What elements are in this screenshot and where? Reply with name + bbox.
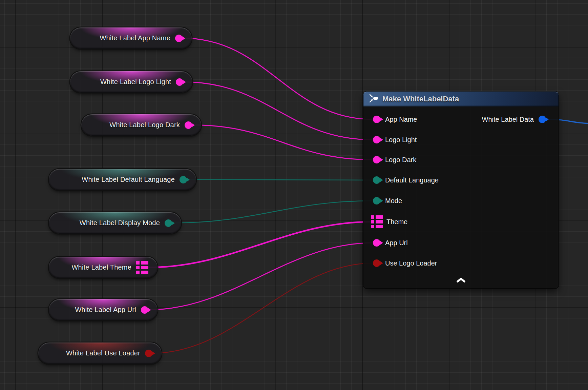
- input-pin-row: Mode: [363, 195, 402, 207]
- struct-pin-cell: [376, 220, 383, 223]
- graph-canvas[interactable]: White Label App NameWhite Label Logo Lig…: [0, 0, 588, 390]
- output-pin[interactable]: [175, 35, 183, 42]
- variable-node-label: White Label Display Mode: [80, 219, 160, 227]
- output-pin[interactable]: [165, 219, 172, 227]
- struct-pin-cell: [371, 225, 374, 228]
- variable-node-label: White Label Logo Dark: [109, 121, 180, 129]
- variable-node-label: White Label Logo Light: [100, 78, 171, 86]
- make-node-title: Make WhiteLabelData: [382, 95, 459, 103]
- wire-theme[interactable]: [148, 222, 371, 268]
- struct-pin-cell: [141, 266, 148, 269]
- collapse-pins-button[interactable]: [455, 277, 467, 284]
- variable-node-app-url[interactable]: White Label App Url: [49, 299, 158, 320]
- variable-node-logo-light[interactable]: White Label Logo Light: [70, 71, 192, 93]
- wire-logo-dark[interactable]: [192, 125, 373, 160]
- struct-pin-icon[interactable]: [136, 261, 148, 274]
- output-pin[interactable]: [373, 176, 380, 184]
- wire-logo-light[interactable]: [183, 82, 373, 140]
- make-node[interactable]: Make WhiteLabelDataApp NameLogo LightLog…: [363, 92, 559, 288]
- input-pin-row: App Url: [363, 237, 408, 249]
- input-pin-label: Mode: [385, 197, 402, 205]
- variable-node-use-loader[interactable]: White Label Use Loader: [38, 343, 162, 364]
- variable-node-display-mode[interactable]: White Label Display Mode: [49, 212, 181, 234]
- input-pin-label: Logo Dark: [385, 156, 416, 164]
- struct-pin-cell: [136, 261, 140, 265]
- variable-node-app-name[interactable]: White Label App Name: [70, 27, 192, 49]
- input-pin-label: App Url: [385, 239, 408, 247]
- variable-node-label: White Label Default Language: [82, 176, 175, 183]
- struct-pin-cell: [371, 220, 374, 223]
- struct-pin-cell: [376, 225, 383, 228]
- input-pin-row: Use Logo Loader: [363, 257, 437, 269]
- struct-pin-icon[interactable]: [371, 215, 383, 228]
- wire-app-name[interactable]: [183, 38, 373, 120]
- input-pin-row: Logo Dark: [363, 154, 416, 165]
- output-pin[interactable]: [373, 156, 380, 163]
- struct-pin-cell: [136, 266, 140, 269]
- output-pin[interactable]: [145, 350, 152, 357]
- input-pin-label: Theme: [386, 218, 407, 226]
- variable-node-theme[interactable]: White Label Theme: [49, 257, 158, 278]
- variable-node-label: White Label App Name: [100, 34, 170, 42]
- struct-pin-cell: [136, 271, 140, 274]
- variable-node-label: White Label Theme: [72, 264, 131, 271]
- output-pin[interactable]: [373, 259, 380, 267]
- wire-app-url[interactable]: [148, 243, 373, 310]
- output-pin[interactable]: [373, 136, 380, 143]
- input-pin-label: App Name: [385, 116, 417, 123]
- output-pin[interactable]: [180, 176, 187, 183]
- input-pin-label: Logo Light: [385, 136, 417, 144]
- input-pin-row: Theme: [363, 216, 407, 228]
- wire-display-mode[interactable]: [172, 201, 373, 223]
- input-pin-row: App Name: [363, 114, 417, 125]
- output-pin-label: White Label Data: [482, 116, 534, 123]
- variable-node-logo-dark[interactable]: White Label Logo Dark: [81, 114, 201, 136]
- output-pin[interactable]: [373, 197, 380, 204]
- struct-pin-cell: [376, 215, 383, 219]
- variable-node-label: White Label App Url: [75, 306, 136, 314]
- wire-use-loader[interactable]: [152, 263, 373, 353]
- input-pin-label: Use Logo Loader: [385, 259, 437, 267]
- variable-node-default-language[interactable]: White Label Default Language: [49, 169, 196, 190]
- chevron-up-icon: [456, 277, 466, 284]
- struct-pin-cell: [141, 261, 148, 265]
- output-pin[interactable]: [539, 116, 546, 123]
- input-pin-row: Logo Light: [363, 134, 417, 145]
- variable-node-label: White Label Use Loader: [66, 349, 140, 357]
- output-pin[interactable]: [185, 121, 192, 129]
- output-pin-row: White Label Data: [482, 114, 559, 125]
- make-node-header[interactable]: Make WhiteLabelData: [363, 92, 559, 106]
- struct-pin-cell: [371, 215, 374, 219]
- input-pin-row: Default Language: [363, 174, 439, 186]
- output-pin[interactable]: [373, 116, 380, 123]
- output-pin[interactable]: [176, 78, 183, 86]
- wire-default-language[interactable]: [187, 180, 373, 180]
- output-pin[interactable]: [373, 239, 380, 247]
- input-pin-label: Default Language: [385, 176, 439, 184]
- struct-pin-cell: [141, 271, 148, 274]
- make-struct-icon: [370, 94, 378, 104]
- output-pin[interactable]: [141, 306, 148, 314]
